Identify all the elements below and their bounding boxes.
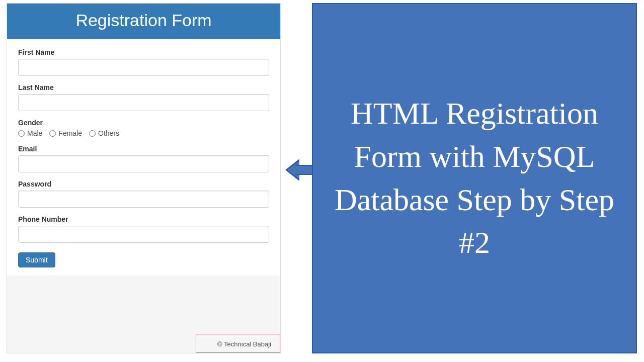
email-group: Email <box>18 145 269 172</box>
promo-text: HTML Registration Form with MySQL Databa… <box>325 92 624 264</box>
gender-radio-others-label: Others <box>98 129 119 137</box>
registration-form-panel: Registration Form First Name Last Name G… <box>7 3 281 353</box>
last-name-input[interactable] <box>18 94 269 111</box>
password-group: Password <box>18 180 269 208</box>
first-name-input[interactable] <box>18 59 269 76</box>
footer-credit: © Technical Babaji <box>217 340 271 348</box>
email-label: Email <box>18 145 269 153</box>
last-name-label: Last Name <box>18 83 269 92</box>
promo-panel: HTML Registration Form with MySQL Databa… <box>312 3 637 353</box>
gender-radio-male-label: Male <box>27 129 42 137</box>
gender-radio-female-label: Female <box>58 129 82 137</box>
phone-input[interactable] <box>18 226 269 243</box>
gender-label: Gender <box>18 119 269 127</box>
gender-option-female: Female <box>49 129 82 137</box>
gender-option-others: Others <box>89 129 119 137</box>
gender-group: Gender Male Female Others <box>18 119 269 137</box>
gender-radio-male[interactable] <box>18 130 25 137</box>
submit-button[interactable]: Submit <box>18 252 55 267</box>
phone-group: Phone Number <box>18 215 269 243</box>
password-input[interactable] <box>18 191 269 208</box>
gender-radio-row: Male Female Others <box>18 129 269 137</box>
first-name-group: First Name <box>18 48 269 76</box>
password-label: Password <box>18 180 269 188</box>
gender-radio-others[interactable] <box>89 130 96 137</box>
form-title: Registration Form <box>7 4 280 39</box>
last-name-group: Last Name <box>18 83 269 111</box>
arrow-left-icon <box>286 156 313 184</box>
gender-option-male: Male <box>18 129 42 137</box>
email-input[interactable] <box>18 155 269 172</box>
form-body: First Name Last Name Gender Male Female <box>7 39 280 276</box>
first-name-label: First Name <box>18 48 269 56</box>
gender-radio-female[interactable] <box>49 130 56 137</box>
phone-label: Phone Number <box>18 215 269 223</box>
